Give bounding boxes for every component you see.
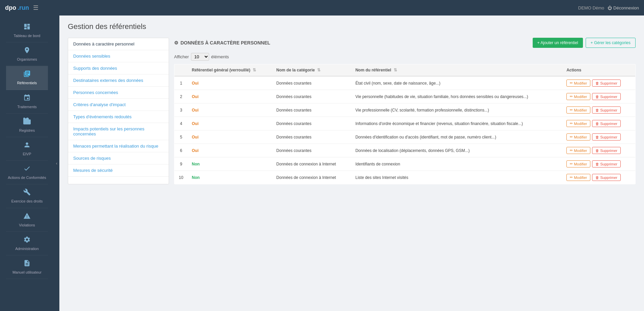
logo-dpo: dpo xyxy=(5,4,16,11)
edit-button[interactable]: ✏ Modifier xyxy=(566,80,590,87)
sidebar-label-referentiels: Référentiels xyxy=(17,81,37,85)
logo-run: .run xyxy=(18,4,29,11)
left-panel-item-menaces-realisation[interactable]: Menaces permettant la réalisation du ris… xyxy=(68,140,169,152)
col-header-nom-referentiel[interactable]: Nom du référentiel ⇅ xyxy=(351,64,562,76)
actions-conformites-icon xyxy=(23,165,31,174)
edit-icon: ✏ xyxy=(570,121,573,126)
general-value: Oui xyxy=(192,108,199,113)
edit-button[interactable]: ✏ Modifier xyxy=(566,93,590,100)
delete-icon: 🗑 xyxy=(595,176,599,180)
left-panel-link-menaces-realisation[interactable]: Menaces permettant la réalisation du ris… xyxy=(73,144,158,149)
delete-icon: 🗑 xyxy=(595,122,599,126)
action-cell: ✏ Modifier 🗑 Supprimer xyxy=(566,160,631,167)
sidebar-item-registres[interactable]: Registres xyxy=(6,114,48,137)
delete-icon: 🗑 xyxy=(595,149,599,153)
table-row: 5 Oui Données courantes Données d'identi… xyxy=(174,130,636,144)
left-panel-link-donnees-personnelles[interactable]: Données à caractère personnel xyxy=(73,41,134,46)
row-num: 4 xyxy=(174,117,188,130)
left-panel-item-types-evenements[interactable]: Types d'événements redoutés xyxy=(68,111,169,123)
left-panel-item-impacts-potentiels[interactable]: Impacts potentiels sur les personnes con… xyxy=(68,123,169,140)
left-panel-item-personnes-concernees[interactable]: Personnes concernées xyxy=(68,87,169,99)
sort-icon: ⇅ xyxy=(394,68,397,72)
table-row: 3 Oui Données courantes Vie professionne… xyxy=(174,103,636,117)
edit-button[interactable]: ✏ Modifier xyxy=(566,174,590,181)
left-panel-link-criteres-analyse[interactable]: Critères d'analyse d'impact xyxy=(73,102,125,107)
section-actions: + Ajouter un référentiel + Gérer les cat… xyxy=(533,38,636,48)
sidebar-item-traitements[interactable]: Traitements xyxy=(6,90,48,114)
general-value: Oui xyxy=(192,81,199,86)
left-panel-link-donnees-sensibles[interactable]: Données sensibles xyxy=(73,54,110,59)
row-num: 3 xyxy=(174,103,188,117)
edit-button[interactable]: ✏ Modifier xyxy=(566,147,590,154)
left-panel-item-mesures-securite[interactable]: Mesures de sécurité xyxy=(68,164,169,177)
delete-button[interactable]: 🗑 Supprimer xyxy=(592,106,621,114)
sidebar-item-actions-conformites[interactable]: Actions de Conformités xyxy=(6,161,48,184)
edit-button[interactable]: ✏ Modifier xyxy=(566,106,590,114)
general-value: Non xyxy=(192,175,200,180)
left-panel-link-supports-donnees[interactable]: Supports des données xyxy=(73,66,117,71)
left-panel-link-personnes-concernees[interactable]: Personnes concernées xyxy=(73,90,118,95)
left-panel-item-criteres-analyse[interactable]: Critères d'analyse d'impact xyxy=(68,99,169,111)
row-general: Oui xyxy=(188,117,273,130)
left-panel-link-mesures-securite[interactable]: Mesures de sécurité xyxy=(73,168,113,173)
sidebar-label-administration: Administration xyxy=(15,247,39,251)
add-referentiel-button[interactable]: + Ajouter un référentiel xyxy=(533,38,583,48)
col-header-nom-categorie[interactable]: Nom de la catégorie ⇅ xyxy=(272,64,351,76)
sidebar-item-administration[interactable]: Administration xyxy=(6,232,48,255)
delete-button[interactable]: 🗑 Supprimer xyxy=(592,80,621,87)
left-panel-link-types-evenements[interactable]: Types d'événements redoutés xyxy=(73,114,132,119)
action-cell: ✏ Modifier 🗑 Supprimer xyxy=(566,93,631,100)
row-general: Oui xyxy=(188,144,273,157)
edit-button[interactable]: ✏ Modifier xyxy=(566,120,590,127)
hamburger-icon[interactable]: ☰ xyxy=(33,4,38,11)
sidebar-item-tableau-de-bord[interactable]: Tableau de bord xyxy=(6,19,48,42)
left-panel-item-supports-donnees[interactable]: Supports des données xyxy=(68,62,169,74)
delete-button[interactable]: 🗑 Supprimer xyxy=(592,120,621,127)
left-panel-link-sources-risques[interactable]: Sources de risques xyxy=(73,156,111,161)
sidebar-label-organismes: Organismes xyxy=(17,57,37,62)
row-actions: ✏ Modifier 🗑 Supprimer xyxy=(562,171,635,184)
sidebar-item-violations[interactable]: Violations xyxy=(6,208,48,232)
edit-button[interactable]: ✏ Modifier xyxy=(566,160,590,167)
sidebar-label-traitements: Traitements xyxy=(17,105,37,109)
general-value: Oui xyxy=(192,121,199,126)
left-panel: Données à caractère personnelDonnées sen… xyxy=(68,38,169,184)
page-title: Gestion des référentiels xyxy=(68,22,636,31)
edit-button[interactable]: ✏ Modifier xyxy=(566,133,590,141)
delete-button[interactable]: 🗑 Supprimer xyxy=(592,133,621,141)
delete-button[interactable]: 🗑 Supprimer xyxy=(592,174,621,181)
left-panel-item-donnees-personnelles[interactable]: Données à caractère personnel xyxy=(68,38,169,50)
per-page-select[interactable]: 102550100 xyxy=(191,53,209,61)
delete-icon: 🗑 xyxy=(595,95,599,99)
manage-categories-button[interactable]: + Gérer les catégories xyxy=(586,38,636,48)
logout-button[interactable]: ⏻ Déconnexion xyxy=(608,5,639,10)
row-actions: ✏ Modifier 🗑 Supprimer xyxy=(562,90,635,103)
general-value: Non xyxy=(192,162,200,166)
left-panel-item-sources-risques[interactable]: Sources de risques xyxy=(68,152,169,164)
section-title-text: DONNÉES À CARACTÈRE PERSONNEL xyxy=(180,40,270,45)
col-header-referentiel-general[interactable]: Référentiel général (verrouillé) ⇅ xyxy=(188,64,273,76)
tableau-de-bord-icon xyxy=(23,23,31,32)
row-referentiel: Identifiants de connexion xyxy=(351,157,562,171)
topbar-left: dpo.run ☰ xyxy=(5,4,38,11)
sidebar-item-eivp[interactable]: EIVP xyxy=(6,137,48,161)
row-general: Oui xyxy=(188,130,273,144)
left-panel-item-destinataires-externes[interactable]: Destinataires externes des données xyxy=(68,74,169,87)
action-cell: ✏ Modifier 🗑 Supprimer xyxy=(566,106,631,114)
sidebar-item-exercice-droits[interactable]: Exercice des droits xyxy=(6,184,48,208)
left-panel-item-donnees-sensibles[interactable]: Données sensibles xyxy=(68,50,169,62)
edit-icon: ✏ xyxy=(570,162,573,166)
sidebar-item-referentiels[interactable]: Référentiels xyxy=(6,66,48,90)
section-title: ⚙ DONNÉES À CARACTÈRE PERSONNEL xyxy=(174,40,270,45)
left-panel-link-destinataires-externes[interactable]: Destinataires externes des données xyxy=(73,78,143,83)
sidebar-label-tableau-de-bord: Tableau de bord xyxy=(14,34,40,38)
delete-button[interactable]: 🗑 Supprimer xyxy=(592,93,621,100)
sidebar-item-organismes[interactable]: Organismes xyxy=(6,42,48,66)
left-panel-link-impacts-potentiels[interactable]: Impacts potentiels sur les personnes con… xyxy=(73,126,144,136)
sidebar-collapse-button[interactable]: ‹ xyxy=(54,15,59,311)
delete-button[interactable]: 🗑 Supprimer xyxy=(592,147,621,154)
delete-button[interactable]: 🗑 Supprimer xyxy=(592,160,621,167)
referentiels-icon xyxy=(23,70,31,80)
sidebar-item-manuel-utilisateur[interactable]: Manuel utilisateur xyxy=(6,255,48,279)
row-actions: ✏ Modifier 🗑 Supprimer xyxy=(562,103,635,117)
